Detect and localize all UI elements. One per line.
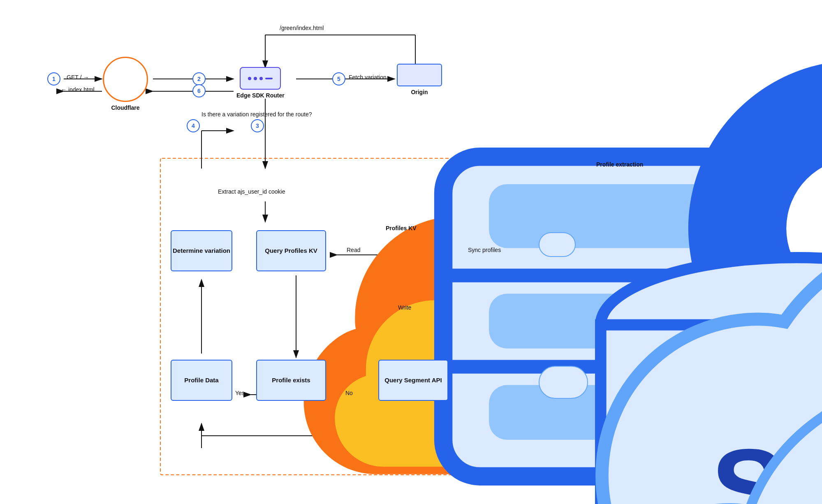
edge-sdk-router-label: Edge SDK Router xyxy=(236,92,285,99)
yes-label: Yes xyxy=(235,390,245,396)
write-label: Write xyxy=(398,304,411,311)
variation-question-label: Is there a variation registered for the … xyxy=(201,111,312,118)
profiles-kv-icon: Profiles KV xyxy=(386,224,417,231)
segment-cloud: Segment xyxy=(539,232,576,257)
read-label: Read xyxy=(347,247,360,253)
sync-profiles-label: Sync profiles xyxy=(468,247,501,253)
cloudflare-icon: Cloudflare xyxy=(103,57,148,111)
profile-exists-box: Profile exists xyxy=(256,360,326,401)
diagram-container: 1 2 3 4 5 6 GET / → ← index.html /green/… xyxy=(0,0,822,504)
cloudflare-label: Cloudflare xyxy=(111,104,139,111)
profile-data-box: Profile Data xyxy=(171,360,232,401)
query-segment-api-box: Query Segment API xyxy=(378,360,448,401)
extract-cookie-label: Extract ajs_user_id cookie xyxy=(218,188,285,195)
step-1-circle: 1 xyxy=(47,72,60,86)
profile-extraction-label: Profile extraction xyxy=(596,161,643,168)
determine-variation-box: Determine variation xyxy=(171,230,232,271)
edge-sdk-router-icon: Edge SDK Router xyxy=(236,67,285,99)
profiles-kv-label: Profiles KV xyxy=(386,225,417,231)
origin-icon: Origin xyxy=(397,64,442,95)
query-profiles-kv-box: Query Profiles KV xyxy=(256,230,326,271)
segment-profiles-api-cloud: Segment Profiles API xyxy=(539,366,588,399)
origin-label: Origin xyxy=(411,89,428,95)
get-request-label: GET / → xyxy=(67,74,89,81)
green-index-label: /green/index.html xyxy=(280,25,324,31)
no-label: No xyxy=(345,390,353,396)
index-html-label: ← index.html xyxy=(61,86,95,93)
